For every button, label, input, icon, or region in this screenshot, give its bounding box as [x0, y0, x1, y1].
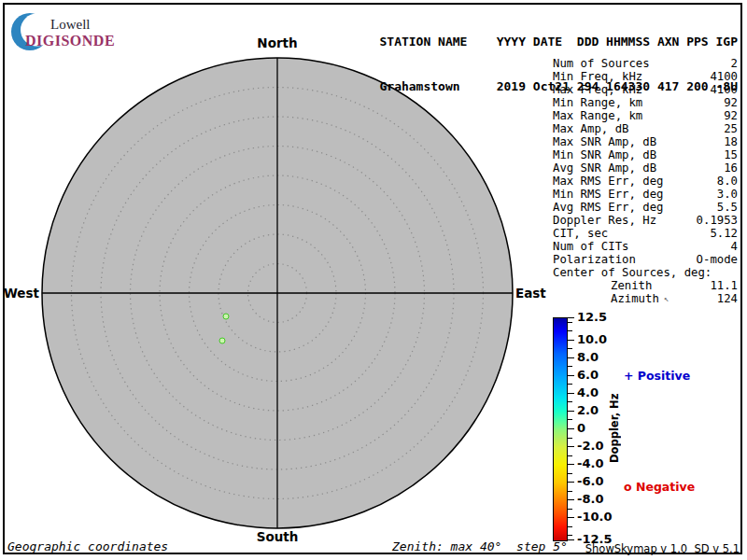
stat-value: 5.12 [710, 227, 738, 240]
stat-label: Avg SNR Amp, dB [553, 161, 656, 175]
colorbar-tick-label: 12.5 [577, 310, 607, 324]
stat-row: Max Amp, dB25 [553, 122, 738, 135]
colorbar-tick-label: 4.0 [577, 385, 599, 399]
colorbar-tick [568, 411, 574, 412]
colorbar-tick [568, 464, 574, 465]
logo-digisonde-text: DIGISONDE [25, 33, 115, 49]
colorbar-tick [568, 491, 572, 492]
azimuth-arrow-icon: ↖ [664, 292, 669, 305]
stat-row: Min Freq, kHz4100 [553, 70, 738, 83]
lowell-digisonde-logo: Lowell DIGISONDE [9, 7, 131, 52]
stat-label: Avg RMS Err, deg [553, 201, 663, 214]
stat-label: Max Range, km [553, 109, 642, 122]
stat-label: Azimuth [611, 292, 659, 305]
stat-row: Avg RMS Err, deg5.5 [553, 201, 738, 214]
colorbar-tick [568, 473, 572, 474]
stat-value: 4 [731, 240, 738, 253]
colorbar-tick-label: -6.0 [577, 474, 603, 488]
colorbar-tick [568, 438, 572, 439]
station-header-row1: STATION NAME YYYY DATE DDD HHMMSS AXN PP… [379, 35, 738, 49]
stat-value: 25 [724, 122, 738, 135]
stat-value: 5.5 [717, 201, 738, 214]
stat-row: Center of Sources, deg: [553, 266, 738, 279]
colorbar-tick [568, 384, 572, 385]
stat-value: 8.0 [717, 175, 738, 188]
colorbar-tick [568, 482, 574, 483]
south-label: South [257, 529, 299, 544]
stat-label: CIT, sec [553, 227, 608, 240]
stat-row: Max Range, km92 [553, 109, 738, 122]
stat-value: 18 [724, 135, 738, 148]
colorbar-tick-label: 6.0 [577, 368, 599, 382]
colorbar-tick [568, 455, 572, 456]
stat-label: Min SNR Amp, dB [553, 148, 656, 161]
stat-label: Polarization [553, 253, 636, 266]
stat-label: Max Freq, kHz [553, 83, 642, 96]
stat-label: Min Range, km [553, 96, 642, 109]
colorbar-tick [568, 428, 574, 429]
doppler-colorbar [553, 317, 568, 541]
stat-label: Doppler Res, Hz [553, 214, 656, 227]
positive-legend: + Positive [624, 369, 690, 383]
colorbar-title: Doppler, Hz [607, 317, 622, 539]
stat-row: Num of CITs4 [553, 240, 738, 253]
stat-label: Num of CITs [553, 240, 628, 253]
colorbar-tick [568, 539, 574, 540]
stat-row: Doppler Res, Hz0.1953 [553, 214, 738, 227]
logo-lowell-text: Lowell [50, 17, 91, 33]
stat-label: Max Amp, dB [553, 122, 628, 135]
colorbar-tick [568, 526, 572, 527]
colorbar-tick [568, 357, 574, 358]
stat-label: Min Freq, kHz [553, 70, 642, 83]
stat-value: 124 [717, 292, 738, 305]
stat-value: 11.1 [710, 279, 738, 292]
coordinates-note: Geographic coordinates [7, 539, 168, 553]
stat-value: 92 [724, 96, 738, 109]
colorbar-tick [568, 340, 574, 341]
colorbar-tick [568, 375, 574, 376]
stat-value: 92 [724, 109, 738, 122]
stat-label: Max SNR Amp, dB [553, 135, 656, 148]
skymap-app: Lowell DIGISONDE STATION NAME YYYY DATE … [0, 0, 747, 560]
colorbar-tick-label: 2.0 [577, 403, 599, 417]
stat-row: Zenith11.1 [553, 279, 738, 292]
colorbar-tick [568, 535, 572, 536]
colorbar-tick [568, 348, 572, 349]
stat-row: CIT, sec5.12 [553, 227, 738, 240]
colorbar-tick-label: -4.0 [577, 456, 603, 470]
east-label: East [515, 286, 546, 301]
stat-value: 16 [724, 161, 738, 175]
stat-value: O-mode [697, 253, 738, 266]
stats-panel: Num of Sources2Min Freq, kHz4100Max Freq… [553, 57, 738, 305]
stat-label: Num of Sources [553, 57, 650, 70]
zenith-range-note: Zenith: max 40° step 5° [392, 539, 568, 553]
colorbar-tick [568, 366, 572, 367]
stat-label: Min RMS Err, deg [553, 188, 663, 201]
colorbar-tick [568, 446, 574, 447]
colorbar-tick [568, 419, 572, 420]
west-label: West [4, 286, 39, 301]
colorbar-tick-label: 0 [577, 421, 585, 435]
stat-value: 4100 [710, 70, 738, 83]
stat-row: Azimuth↖124 [553, 292, 738, 305]
stat-value: 0.1953 [697, 214, 738, 227]
north-label: North [257, 35, 297, 50]
stat-value: 3.0 [717, 188, 738, 201]
stat-value: 15 [724, 148, 738, 161]
stat-label: Max RMS Err, deg [553, 175, 663, 188]
stat-row: Min SNR Amp, dB15 [553, 148, 738, 161]
colorbar-tick [568, 393, 574, 394]
stat-row: PolarizationO-mode [553, 253, 738, 266]
colorbar-tick-label: 8.0 [577, 350, 599, 364]
stat-value: 2 [731, 57, 738, 70]
colorbar-tick [568, 322, 572, 323]
version-note: ShowSkymap v 1.0 SD v 5.1 [585, 542, 740, 555]
colorbar-tick [568, 517, 574, 518]
colorbar-tick [568, 401, 572, 402]
stat-row: Max SNR Amp, dB18 [553, 135, 738, 148]
colorbar-tick [568, 330, 572, 331]
colorbar-tick-label: -8.0 [577, 492, 603, 506]
colorbar-tick [568, 499, 574, 500]
colorbar-tick [568, 509, 572, 510]
stat-row: Num of Sources2 [553, 57, 738, 70]
